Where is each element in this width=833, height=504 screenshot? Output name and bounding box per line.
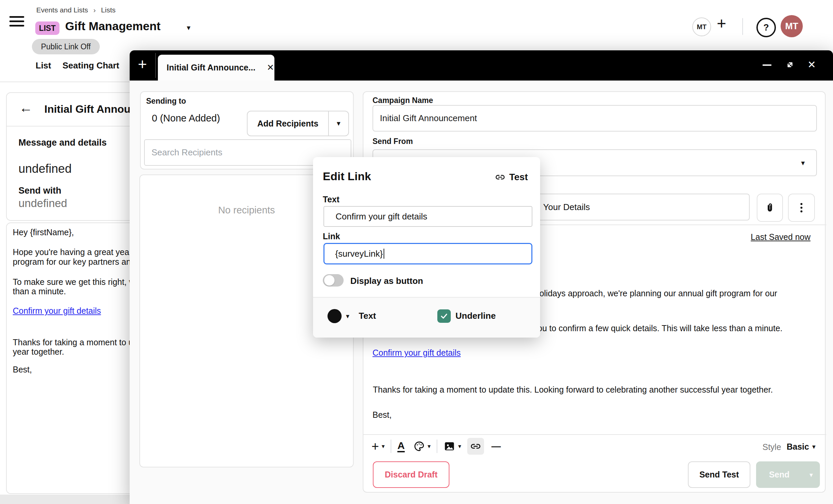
insert-plus-icon[interactable]: + bbox=[372, 440, 379, 453]
add-recipients-split-button: Add Recipients ▾ bbox=[247, 111, 349, 136]
tab-close-icon[interactable]: ✕ bbox=[267, 62, 274, 73]
campaign-name-input[interactable] bbox=[373, 105, 817, 131]
send-from-label: Send From bbox=[373, 137, 413, 146]
editor-body-line: Thanks for taking a moment to update thi… bbox=[373, 385, 773, 395]
attachment-button[interactable] bbox=[757, 194, 783, 222]
editor-toolbar: + ▾ A ▾ bbox=[372, 439, 501, 454]
modal-close-icon[interactable]: ✕ bbox=[807, 60, 816, 70]
editor-body-line: holidays approach, we're planning our an… bbox=[535, 288, 777, 298]
send-with-label: Send with bbox=[19, 185, 62, 196]
breadcrumb: Events and Lists › Lists bbox=[36, 6, 116, 14]
send-with-value: undefined bbox=[19, 197, 67, 210]
list-type-badge: LIST bbox=[35, 22, 60, 35]
palette-icon[interactable] bbox=[413, 440, 425, 452]
add-icon[interactable]: + bbox=[717, 16, 726, 31]
popup-footer: ▾ Text Underline bbox=[313, 297, 540, 337]
display-as-button-toggle[interactable] bbox=[323, 274, 343, 286]
send-button[interactable]: Send bbox=[756, 470, 803, 479]
link-url-label: Link bbox=[323, 231, 340, 241]
app-root: Events and Lists › Lists LIST Gift Manag… bbox=[0, 0, 833, 504]
topbar-divider bbox=[742, 18, 743, 35]
check-icon bbox=[440, 312, 448, 321]
color-target-label: Text bbox=[359, 311, 376, 321]
tab-divider bbox=[155, 53, 156, 78]
modal-header: + Initial Gift Announce... ✕ ✕ bbox=[130, 50, 833, 80]
underline-label: Underline bbox=[455, 311, 496, 321]
back-arrow-icon[interactable]: ← bbox=[19, 101, 32, 115]
subject-visible-text: Your Details bbox=[543, 194, 590, 221]
subject-more-button[interactable] bbox=[788, 194, 815, 222]
add-recipients-button[interactable]: Add Recipients bbox=[247, 119, 328, 128]
tab-seating-chart[interactable]: Seating Chart bbox=[63, 60, 119, 71]
toolbar-divider bbox=[363, 434, 826, 435]
editor-body-line: Best, bbox=[373, 410, 391, 420]
discard-draft-button[interactable]: Discard Draft bbox=[373, 461, 449, 488]
minimize-icon[interactable] bbox=[762, 65, 771, 66]
style-chevron-down-icon[interactable]: ▾ bbox=[812, 443, 815, 450]
color-swatch[interactable] bbox=[328, 309, 341, 323]
preview-line: than a minute. bbox=[13, 286, 66, 296]
image-chevron-down-icon[interactable]: ▾ bbox=[458, 443, 461, 449]
display-as-button-label: Display as button bbox=[350, 276, 423, 286]
last-saved-status[interactable]: Last Saved now bbox=[751, 232, 810, 242]
image-icon[interactable] bbox=[443, 440, 455, 452]
toolbar-separator bbox=[390, 439, 391, 453]
editor-body-line: you to confirm a few quick details. This… bbox=[533, 324, 783, 333]
link-tool-active[interactable] bbox=[467, 438, 484, 455]
sending-to-label: Sending to bbox=[146, 97, 186, 106]
page-bottom-scroll-strip[interactable] bbox=[0, 495, 130, 504]
breadcrumb-events-and-lists[interactable]: Events and Lists bbox=[36, 6, 88, 14]
popup-title: Edit Link bbox=[323, 170, 371, 183]
recipient-count: 0 (None Added) bbox=[152, 113, 220, 124]
page-title: Gift Management bbox=[65, 20, 161, 33]
link-icon bbox=[470, 440, 481, 452]
modal-tab[interactable]: Initial Gift Announce... ✕ bbox=[158, 55, 275, 80]
link-text-input[interactable]: Confirm your gift details bbox=[324, 206, 532, 227]
underline-checkbox[interactable] bbox=[437, 309, 451, 323]
public-link-status-pill[interactable]: Public Link Off bbox=[32, 39, 100, 54]
text-color-icon[interactable]: A bbox=[397, 440, 405, 452]
paperclip-icon bbox=[764, 202, 776, 213]
color-chevron-down-icon[interactable]: ▾ bbox=[346, 313, 349, 320]
toolbar-separator bbox=[437, 439, 437, 453]
maximize-icon[interactable] bbox=[784, 59, 796, 71]
modal-tab-title: Initial Gift Announce... bbox=[167, 63, 255, 73]
text-cursor bbox=[384, 249, 384, 259]
help-icon[interactable]: ? bbox=[756, 18, 776, 37]
send-test-button[interactable]: Send Test bbox=[688, 461, 751, 488]
add-recipients-chevron-down-icon[interactable]: ▾ bbox=[329, 120, 348, 127]
kebab-menu-icon bbox=[801, 201, 803, 214]
editor-confirm-link[interactable]: Confirm your gift details bbox=[373, 348, 461, 358]
edit-link-popup: Edit Link Test Text Confirm your gift de… bbox=[313, 157, 540, 337]
title-chevron-down-icon[interactable]: ▾ bbox=[187, 24, 190, 31]
link-url-value: {surveyLink} bbox=[335, 249, 383, 259]
send-split-button: Send ▾ bbox=[756, 461, 820, 488]
send-from-chevron-down-icon: ▾ bbox=[801, 159, 805, 167]
campaign-name-label: Campaign Name bbox=[373, 96, 433, 105]
test-link-icon bbox=[495, 172, 505, 182]
hamburger-menu-icon[interactable] bbox=[9, 16, 24, 27]
preview-line: Hey {firstName}, bbox=[13, 227, 74, 237]
link-text-label: Text bbox=[323, 195, 339, 204]
horizontal-rule-icon[interactable]: — bbox=[492, 442, 501, 451]
link-url-input[interactable]: {surveyLink} bbox=[324, 243, 532, 264]
preview-line: Best, bbox=[13, 365, 32, 375]
breadcrumb-separator: › bbox=[93, 6, 96, 14]
insert-chevron-down-icon[interactable]: ▾ bbox=[382, 443, 385, 449]
tab-list[interactable]: List bbox=[35, 60, 51, 71]
test-link-button[interactable]: Test bbox=[509, 172, 528, 182]
send-chevron-down-icon[interactable]: ▾ bbox=[803, 472, 820, 478]
message-value: undefined bbox=[19, 162, 72, 176]
user-avatar[interactable]: MT bbox=[781, 15, 803, 37]
section-title: Message and details bbox=[19, 137, 107, 148]
style-label: Style bbox=[762, 442, 781, 452]
link-text-value: Confirm your gift details bbox=[336, 211, 427, 222]
breadcrumb-lists[interactable]: Lists bbox=[101, 6, 116, 14]
style-value[interactable]: Basic bbox=[787, 442, 809, 452]
preview-confirm-link[interactable]: Confirm your gift details bbox=[13, 306, 101, 316]
new-tab-plus-icon[interactable]: + bbox=[136, 56, 148, 75]
palette-chevron-down-icon[interactable]: ▾ bbox=[428, 443, 431, 449]
preview-line: year together. bbox=[13, 347, 64, 357]
mini-avatar[interactable]: MT bbox=[692, 18, 711, 36]
